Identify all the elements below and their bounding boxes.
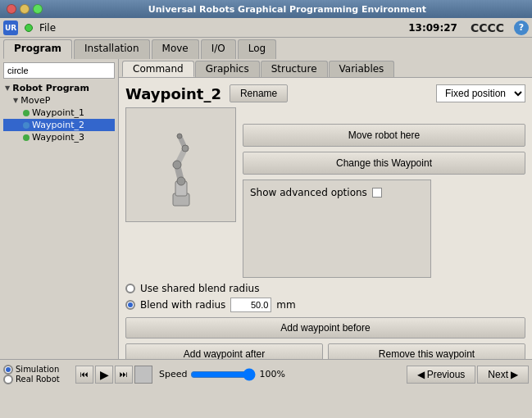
tree-label: Waypoint_1	[32, 107, 84, 118]
top-navigation: Program Installation Move I/O Log	[0, 38, 532, 59]
real-robot-radio[interactable]	[3, 375, 13, 384]
svg-point-5	[177, 177, 185, 185]
tab-io[interactable]: I/O	[201, 39, 236, 59]
shared-blend-row: Use shared blend radius	[125, 283, 525, 294]
position-type-select[interactable]: Fixed position	[436, 84, 525, 102]
blend-radius-radio[interactable]	[125, 300, 135, 310]
waypoint-add-row: Add waypoint before	[125, 317, 525, 338]
tab-program[interactable]: Program	[3, 39, 72, 59]
fixed-position-selector[interactable]: Fixed position	[436, 84, 525, 102]
next-button[interactable]: Next ▶	[477, 366, 529, 384]
menu-bar: UR File 13:09:27 CCCC ?	[0, 18, 532, 38]
speed-slider[interactable]	[190, 368, 256, 381]
tree-waypoint1[interactable]: Waypoint_1	[3, 107, 115, 119]
tab-installation[interactable]: Installation	[74, 39, 149, 59]
footer: Simulation Real Robot ⏮ ▶ ⏭ Speed 100% ◀…	[0, 359, 532, 388]
tree-waypoint3[interactable]: Waypoint_3	[3, 131, 115, 143]
blend-radius-label: Blend with radius	[140, 299, 225, 311]
advanced-checkbox[interactable]	[372, 188, 382, 198]
sidebar: ▼ Robot Program ▼ MoveP Waypoint_1 Waypo…	[0, 59, 119, 359]
help-button[interactable]: ?	[514, 20, 529, 35]
add-waypoint-after-button[interactable]: Add waypoint after	[125, 343, 323, 359]
minimize-button[interactable]	[20, 4, 30, 14]
tree-robot-program[interactable]: ▼ Robot Program	[3, 82, 115, 94]
waypoint-title: Waypoint_2	[125, 85, 221, 102]
app-logo: UR	[3, 20, 18, 35]
stop-button[interactable]	[134, 366, 152, 384]
next-arrow-icon: ▶	[511, 369, 518, 380]
prev-arrow-icon: ◀	[417, 369, 425, 380]
simulation-label: Simulation	[16, 365, 59, 374]
waypoint-action-row: Add waypoint after Remove this waypoint	[125, 343, 525, 359]
advanced-label: Show advanced options	[250, 187, 367, 198]
previous-label: Previous	[427, 369, 466, 380]
advanced-options-row: Show advanced options	[250, 187, 424, 198]
tree-label: MoveP	[20, 95, 50, 106]
previous-button[interactable]: ◀ Previous	[407, 366, 476, 384]
expand-icon: ▼	[13, 97, 18, 104]
file-menu[interactable]: File	[39, 22, 56, 34]
tree-label: Waypoint_2	[32, 120, 84, 130]
right-section: Move robot here Change this Waypoint Sho…	[243, 107, 525, 278]
simulation-radio[interactable]	[3, 365, 13, 375]
blend-value-input[interactable]	[230, 298, 271, 312]
window-title: Universal Robots Graphical Programming E…	[49, 4, 525, 15]
tab-command[interactable]: Command	[122, 61, 194, 77]
real-robot-option[interactable]: Real Robot	[3, 375, 69, 384]
skip-back-button[interactable]: ⏮	[75, 366, 93, 384]
waypoint-dot	[23, 110, 30, 116]
title-bar: Universal Robots Graphical Programming E…	[0, 0, 532, 18]
main-container: ▼ Robot Program ▼ MoveP Waypoint_1 Waypo…	[0, 59, 532, 359]
remove-waypoint-button[interactable]: Remove this waypoint	[328, 343, 525, 359]
simulation-option[interactable]: Simulation	[3, 365, 69, 375]
speed-control: Speed 100%	[159, 368, 400, 381]
tree-label: Waypoint_3	[32, 132, 84, 143]
play-button[interactable]: ▶	[95, 366, 113, 384]
shared-blend-label: Use shared blend radius	[140, 283, 259, 294]
robot-preview	[125, 107, 236, 222]
tab-log[interactable]: Log	[238, 39, 276, 59]
real-robot-label: Real Robot	[16, 375, 60, 384]
window-controls[interactable]	[7, 4, 43, 14]
close-button[interactable]	[7, 4, 16, 14]
speed-label: Speed	[159, 369, 187, 379]
waypoint-dot	[23, 122, 30, 129]
clock: 13:09:27	[408, 22, 457, 34]
tree-label: Robot Program	[12, 83, 89, 93]
skip-forward-button[interactable]: ⏭	[115, 366, 133, 384]
panel-header: Waypoint_2 Rename Fixed position	[125, 84, 525, 102]
status-text: CCCC	[471, 21, 504, 34]
tab-graphics[interactable]: Graphics	[195, 61, 260, 77]
add-waypoint-before-button[interactable]: Add waypoint before	[125, 317, 525, 338]
svg-point-7	[182, 145, 189, 152]
expand-icon: ▼	[5, 84, 10, 92]
status-indicator	[25, 24, 33, 32]
command-panel: Waypoint_2 Rename Fixed position	[119, 78, 532, 359]
tree-movep[interactable]: ▼ MoveP	[3, 94, 115, 107]
robot-image	[148, 120, 214, 210]
svg-point-8	[177, 134, 182, 139]
tab-structure[interactable]: Structure	[261, 61, 328, 77]
sub-tab-bar: Command Graphics Structure Variables	[119, 59, 532, 78]
blend-options: Use shared blend radius Blend with radiu…	[125, 283, 525, 312]
tab-variables[interactable]: Variables	[329, 61, 395, 77]
change-waypoint-button[interactable]: Change this Waypoint	[243, 152, 525, 175]
next-label: Next	[488, 369, 508, 380]
waypoint-dot	[23, 134, 30, 141]
rename-button[interactable]: Rename	[230, 84, 288, 102]
speed-value: 100%	[259, 369, 284, 379]
search-input[interactable]	[3, 62, 115, 79]
advanced-options-box: Show advanced options	[243, 179, 431, 278]
svg-point-6	[173, 161, 181, 169]
playback-controls: ⏮ ▶ ⏭	[75, 366, 152, 384]
blend-radius-row: Blend with radius mm	[125, 298, 525, 312]
middle-row: Move robot here Change this Waypoint Sho…	[125, 107, 525, 278]
shared-blend-radio[interactable]	[125, 284, 135, 293]
tree-waypoint2[interactable]: Waypoint_2	[3, 119, 115, 131]
tab-move[interactable]: Move	[152, 39, 199, 59]
blend-unit: mm	[276, 299, 295, 311]
maximize-button[interactable]	[33, 4, 43, 14]
action-buttons: Move robot here Change this Waypoint	[243, 107, 525, 175]
robot-mode-selector: Simulation Real Robot	[3, 365, 69, 384]
move-robot-button[interactable]: Move robot here	[243, 124, 525, 147]
